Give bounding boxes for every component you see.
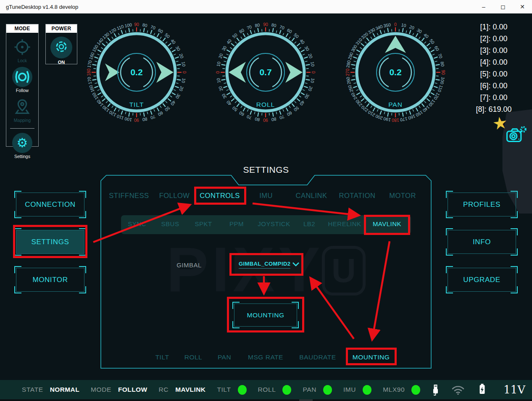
gimbal-label: GIMBAL xyxy=(168,261,210,269)
bottom-tab-msg-rate[interactable]: MSG RATE xyxy=(248,354,283,361)
svg-text:350: 350 xyxy=(383,22,391,28)
svg-text:10: 10 xyxy=(216,78,221,84)
gimbal-compid-dropdown[interactable]: GIMBAL_COMPID2 xyxy=(234,255,302,274)
nav-button-upgrade[interactable]: UPGRADE xyxy=(448,268,516,292)
svg-text:60: 60 xyxy=(434,45,440,52)
nav-button-connection[interactable]: CONNECTION xyxy=(16,193,84,216)
svg-text:270: 270 xyxy=(345,69,350,76)
subtab-sbus[interactable]: SBUS xyxy=(161,220,179,227)
button-label: SETTINGS xyxy=(32,238,69,246)
mode-panel: MODE LockFollowMapping⚙Settings xyxy=(6,24,39,147)
svg-text:60: 60 xyxy=(238,27,245,34)
bottom-tab-baudrate[interactable]: BAUDRATE xyxy=(299,354,336,361)
svg-text:170: 170 xyxy=(86,77,92,84)
mode-item-mapping[interactable]: Mapping xyxy=(12,97,32,123)
svg-text:30: 30 xyxy=(221,93,227,100)
subtab-joystick[interactable]: JOYSTICK xyxy=(258,220,290,227)
status-led-green xyxy=(411,385,420,395)
mode-item-lock[interactable]: Lock xyxy=(12,37,32,63)
nav-button-monitor[interactable]: MONITOR xyxy=(16,268,84,292)
mode-item-label: Follow xyxy=(16,88,29,93)
svg-text:200: 200 xyxy=(375,113,384,121)
svg-text:0: 0 xyxy=(311,71,316,74)
svg-text:240: 240 xyxy=(350,92,358,100)
gear-icon: ⚙ xyxy=(12,133,32,153)
maximize-button[interactable]: ◻ xyxy=(493,0,513,13)
nav-button-info[interactable]: INFO xyxy=(448,230,516,254)
svg-text:30: 30 xyxy=(221,45,227,52)
subtab-lb2[interactable]: LB2 xyxy=(303,220,315,227)
status-led-green xyxy=(363,385,371,395)
channel-readout: [7]: 0.00 xyxy=(462,92,525,103)
bottom-tab-roll[interactable]: ROLL xyxy=(184,354,203,361)
bottom-tab-tilt[interactable]: TILT xyxy=(155,354,169,361)
gauge-name: ROLL xyxy=(256,101,275,108)
svg-text:160: 160 xyxy=(408,113,416,121)
svg-text:20: 20 xyxy=(217,85,224,92)
mounting-button-label: MOUNTING xyxy=(247,311,284,319)
svg-text:90: 90 xyxy=(441,70,446,75)
status-label: RC xyxy=(159,386,169,393)
svg-text:180: 180 xyxy=(86,69,91,76)
mode-item-follow[interactable]: Follow xyxy=(12,67,32,93)
svg-text:90: 90 xyxy=(263,118,268,123)
channel-readout: [6]: 0.00 xyxy=(462,80,525,92)
status-label: TILT xyxy=(217,386,231,393)
subtab-spkt[interactable]: SPKT xyxy=(195,220,212,227)
svg-text:10: 10 xyxy=(401,22,407,28)
button-label: CONNECTION xyxy=(25,200,75,209)
svg-text:90: 90 xyxy=(263,22,268,27)
gauge-name: PAN xyxy=(388,101,403,108)
subtab-herelink[interactable]: HERELINK xyxy=(328,220,361,227)
nav-button-settings[interactable]: SETTINGS xyxy=(16,230,84,254)
status-led-green xyxy=(238,385,247,395)
tab-follow[interactable]: FOLLOW xyxy=(159,192,190,200)
status-mlx90: MLX90 xyxy=(383,385,420,395)
svg-text:10: 10 xyxy=(181,61,187,67)
wifi-icon[interactable] xyxy=(451,385,465,395)
power-toggle-button[interactable] xyxy=(50,37,72,58)
mode-item-settings[interactable]: ⚙Settings xyxy=(12,133,32,159)
follow-icon xyxy=(12,67,32,87)
subtab-mavlink[interactable]: MAVLINK xyxy=(373,220,401,227)
svg-text:30: 30 xyxy=(175,45,182,52)
svg-text:80: 80 xyxy=(142,116,148,122)
button-label: PROFILES xyxy=(463,200,500,209)
close-button[interactable]: ✕ xyxy=(513,0,532,13)
button-label: UPGRADE xyxy=(463,276,500,284)
tab-controls[interactable]: CONTROLS xyxy=(200,192,240,200)
svg-text:340: 340 xyxy=(375,24,384,31)
tab-imu[interactable]: IMU xyxy=(259,192,273,200)
mode-item-label: Mapping xyxy=(14,118,31,123)
svg-text:160: 160 xyxy=(88,52,95,61)
button-label: MONITOR xyxy=(32,276,68,284)
tab-stiffness[interactable]: STIFFNESS xyxy=(109,192,149,200)
mounting-button[interactable]: MOUNTING xyxy=(234,303,297,327)
usb-icon[interactable] xyxy=(432,384,440,396)
tab-canlink[interactable]: CANLINK xyxy=(295,192,327,200)
battery-icon xyxy=(479,383,486,396)
tab-motor[interactable]: MOTOR xyxy=(389,192,416,200)
status-rc: RCMAVLINK xyxy=(159,386,206,393)
svg-text:30: 30 xyxy=(304,45,311,52)
bottom-tab-pan[interactable]: PAN xyxy=(218,354,231,361)
svg-text:80: 80 xyxy=(271,116,277,122)
bottom-tab-mounting[interactable]: MOUNTING xyxy=(353,354,390,361)
subtab-ppm[interactable]: PPM xyxy=(229,220,244,227)
svg-text:70: 70 xyxy=(150,24,156,30)
channel-readout: [3]: 0.00 xyxy=(462,45,525,56)
subtab-sync[interactable]: SYNC xyxy=(128,220,146,227)
svg-text:70: 70 xyxy=(279,114,285,120)
svg-text:110: 110 xyxy=(116,114,124,121)
nav-button-profiles[interactable]: PROFILES xyxy=(448,193,516,216)
status-value: NORMAL xyxy=(50,386,79,393)
screenshot-camera-button[interactable] xyxy=(505,124,528,147)
button-label: INFO xyxy=(473,238,491,246)
svg-text:170: 170 xyxy=(400,116,408,123)
app-window: gTuneDesktop v1.4.8 develop – ◻ ✕ PIXY U… xyxy=(0,0,532,401)
svg-text:280: 280 xyxy=(345,60,351,68)
minimize-button[interactable]: – xyxy=(474,0,493,13)
tab-rotation[interactable]: ROTATION xyxy=(339,192,376,200)
svg-text:30: 30 xyxy=(416,27,423,34)
status-label: PAN xyxy=(303,386,316,393)
